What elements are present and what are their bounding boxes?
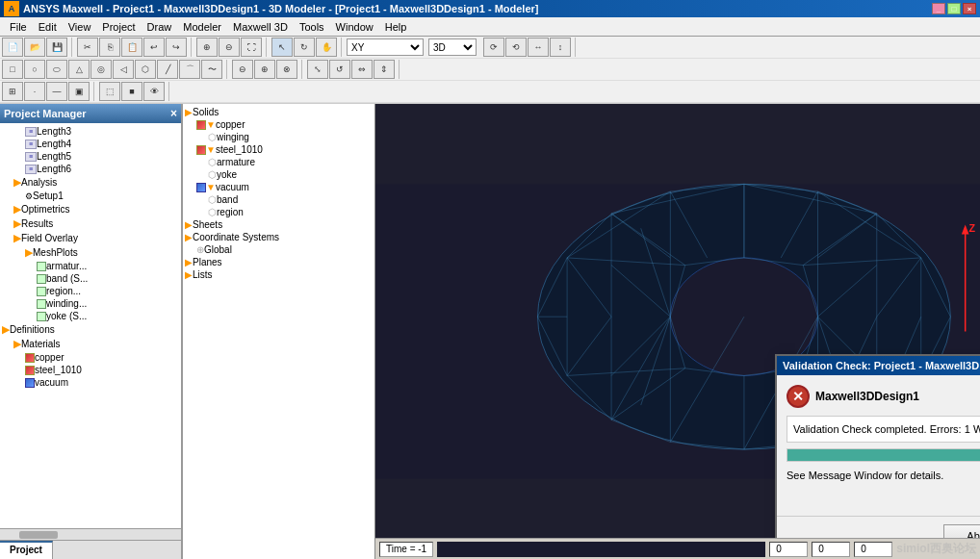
model-tree-item-global[interactable]: ⊕ Global [185, 243, 373, 256]
coord-dropdown[interactable]: XYXZYZ [347, 38, 424, 56]
zoom-in-button[interactable]: ⊕ [196, 38, 218, 57]
draw-poly[interactable]: ⬡ [135, 60, 156, 79]
menu-file[interactable]: File [4, 19, 33, 35]
model-tree-item-planes[interactable]: ▶ Planes [185, 256, 373, 268]
draw-spline[interactable]: 〜 [201, 60, 222, 79]
undo-button[interactable]: ↩ [143, 38, 165, 57]
left-tree-item-band[interactable]: band (S... [2, 272, 179, 285]
left-tree-item-winding[interactable]: winding... [2, 297, 179, 310]
left-tree-item-optimetrics[interactable]: ▶ Optimetrics [2, 202, 179, 216]
left-tree-item-analysis[interactable]: ▶ Analysis [2, 175, 179, 190]
open-button[interactable]: 📂 [24, 38, 45, 57]
draw-line[interactable]: ╱ [157, 60, 178, 79]
copy-button[interactable]: ⎘ [99, 38, 120, 57]
left-tree-item-length5[interactable]: ≡ Length5 [2, 150, 179, 163]
tool1[interactable]: ⟳ [483, 38, 504, 57]
tool2[interactable]: ⟲ [505, 38, 527, 57]
fit-button[interactable]: ⛶ [241, 38, 262, 57]
left-tree-item-setup1[interactable]: ⚙ Setup1 [2, 190, 179, 202]
model-tree-item-winging[interactable]: ⬡ winging [185, 131, 373, 143]
project-manager-close[interactable]: × [170, 107, 177, 120]
draw-cone[interactable]: △ [68, 60, 90, 79]
scrollbar-thumb[interactable] [19, 531, 58, 539]
rotate-3d-btn[interactable]: ↺ [329, 60, 350, 79]
draw-torus[interactable]: ◎ [90, 60, 112, 79]
snap-edge[interactable]: — [46, 82, 67, 101]
intersect-btn[interactable]: ⊗ [276, 60, 297, 79]
wireframe-btn[interactable]: ⬚ [99, 82, 120, 101]
hide-btn[interactable]: 👁 [143, 82, 165, 101]
left-tree-item-length4[interactable]: ≡ Length4 [2, 138, 179, 150]
snap-face[interactable]: ▣ [68, 82, 90, 101]
model-tree-item-steel1010[interactable]: ▼ steel_1010 [185, 143, 373, 156]
save-button[interactable]: 💾 [46, 38, 67, 57]
model-tree-item-vacuum-solid[interactable]: ▼ vacuum [185, 181, 373, 193]
snap-grid[interactable]: ⊞ [2, 82, 23, 101]
menu-maxwell3d[interactable]: Maxwell 3D [227, 19, 294, 35]
union-btn[interactable]: ⊕ [254, 60, 275, 79]
snap-vertex[interactable]: · [24, 82, 45, 101]
scale-btn[interactable]: ⇕ [374, 60, 395, 79]
left-tree-item-results[interactable]: ▶ Results [2, 216, 179, 231]
menu-bar: File Edit View Project Draw Modeler Maxw… [0, 17, 980, 37]
menu-project[interactable]: Project [96, 19, 141, 35]
tool4[interactable]: ↕ [550, 38, 571, 57]
draw-box[interactable]: □ [2, 60, 23, 79]
menu-edit[interactable]: Edit [33, 19, 63, 35]
model-tree-item-sheets[interactable]: ▶ Sheets [185, 218, 373, 231]
close-button[interactable]: × [963, 3, 976, 14]
model-tree-item-yoke[interactable]: ⬡ yoke [185, 168, 373, 181]
left-tree-item-vacuum[interactable]: vacuum [2, 376, 179, 389]
paste-button[interactable]: 📋 [121, 38, 142, 57]
left-tree-item-materials[interactable]: ▶ Materials [2, 337, 179, 351]
horizontal-scrollbar[interactable] [0, 528, 181, 540]
pan-button[interactable]: ✋ [316, 38, 337, 57]
left-tree-item-yoke[interactable]: yoke (S... [2, 310, 179, 322]
shaded-btn[interactable]: ■ [121, 82, 142, 101]
model-tree-item-solids[interactable]: ▶ Solids [185, 106, 373, 118]
left-tree-item-steel_1010[interactable]: steel_1010 [2, 364, 179, 376]
select-button[interactable]: ↖ [271, 38, 293, 57]
left-tree-item-copper[interactable]: copper [2, 351, 179, 364]
model-tree-item-copper-solid[interactable]: ▼ copper [185, 118, 373, 131]
left-tree-item-armature[interactable]: armatur... [2, 260, 179, 272]
zoom-out-button[interactable]: ⊖ [219, 38, 240, 57]
draw-sphere[interactable]: ○ [24, 60, 45, 79]
menu-tools[interactable]: Tools [294, 19, 330, 35]
model-tree-item-coord-sys[interactable]: ▶ Coordinate Systems [185, 231, 373, 243]
restore-button[interactable]: □ [947, 3, 961, 14]
model-tree-item-region[interactable]: ⬡ region [185, 206, 373, 218]
left-tree-item-meshplots[interactable]: ▶ MeshPlots [2, 245, 179, 260]
model-tree-item-band[interactable]: ⬡ band [185, 193, 373, 206]
draw-arc[interactable]: ⌒ [179, 60, 200, 79]
rotate-button[interactable]: ↻ [294, 38, 315, 57]
menu-view[interactable]: View [63, 19, 97, 35]
progress-bar-fill [787, 449, 980, 461]
toolbar-row-2: □ ○ ⬭ △ ◎ ◁ ⬡ ╱ ⌒ 〜 ⊖ ⊕ ⊗ ⤡ ↺ ⇔ ⇕ [0, 59, 980, 81]
redo-button[interactable]: ↪ [166, 38, 187, 57]
minimize-button[interactable]: _ [932, 3, 945, 14]
view-mode-dropdown[interactable]: 3D2D [428, 38, 477, 56]
menu-draw[interactable]: Draw [142, 19, 178, 35]
menu-help[interactable]: Help [379, 19, 413, 35]
left-tree-item-field-overlay[interactable]: ▶ Field Overlay [2, 231, 179, 245]
move-btn[interactable]: ⤡ [307, 60, 328, 79]
left-tree-item-definitions[interactable]: ▶ Definitions [2, 322, 179, 337]
model-tree-item-lists[interactable]: ▶ Lists [185, 268, 373, 281]
tool3[interactable]: ↔ [528, 38, 549, 57]
new-button[interactable]: 📄 [2, 38, 23, 57]
cut-button[interactable]: ✂ [77, 38, 98, 57]
menu-modeler[interactable]: Modeler [177, 19, 227, 35]
draw-cyl[interactable]: ⬭ [46, 60, 67, 79]
mirror-btn[interactable]: ⇔ [351, 60, 373, 79]
left-tree-item-length3[interactable]: ≡ Length3 [2, 125, 179, 138]
model-tree-item-armature[interactable]: ⬡ armature [185, 156, 373, 168]
menu-window[interactable]: Window [330, 19, 379, 35]
left-tree-item-region[interactable]: region... [2, 285, 179, 297]
left-tree-item-length6[interactable]: ≡ Length6 [2, 163, 179, 175]
draw-wedge[interactable]: ◁ [113, 60, 134, 79]
subtract-btn[interactable]: ⊖ [232, 60, 253, 79]
project-tab[interactable]: Project [0, 541, 53, 559]
3d-viewport[interactable]: Z Validation Check: Project1 - Maxwell3D… [375, 104, 980, 559]
y-coord: 0 [812, 542, 850, 557]
